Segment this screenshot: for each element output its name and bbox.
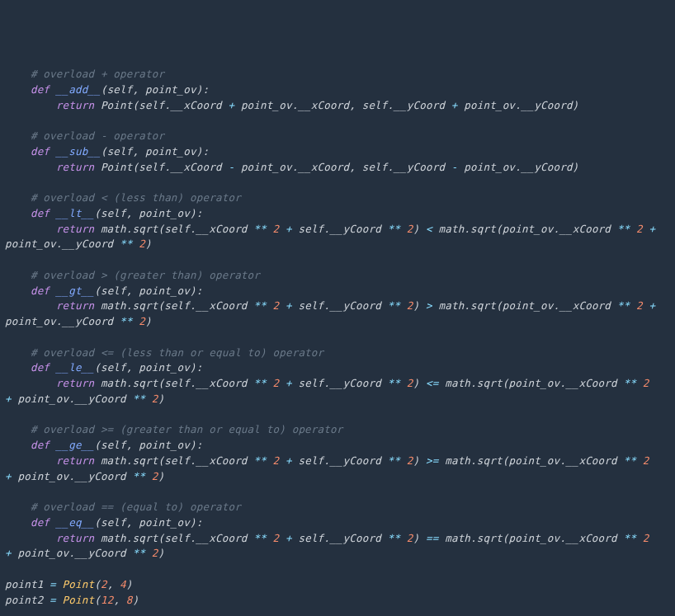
number: 2 bbox=[643, 532, 649, 544]
paren: ) bbox=[413, 223, 420, 235]
number: 2 bbox=[407, 454, 413, 467]
number: 2 bbox=[643, 377, 649, 389]
method-name: __le__ bbox=[56, 361, 94, 374]
code-line: point_ov.__yCoord ** 2) bbox=[5, 314, 675, 330]
blank-line bbox=[5, 330, 675, 346]
number: 2 bbox=[636, 299, 643, 312]
params: (self, point_ov): bbox=[94, 207, 202, 219]
expr: math.sqrt(point_ov.__xCoord bbox=[438, 532, 623, 544]
keyword-return: return bbox=[56, 223, 94, 235]
operator: ** bbox=[253, 299, 266, 312]
code-editor[interactable]: # overload + operator def __add__(self, … bbox=[5, 67, 675, 616]
keyword-def: def bbox=[31, 516, 50, 529]
code-line: + point_ov.__yCoord ** 2) bbox=[5, 469, 675, 485]
number: 2 bbox=[273, 377, 280, 389]
code-line: def __le__(self, point_ov): bbox=[5, 360, 675, 376]
code-line: return Point(self.__xCoord - point_ov.__… bbox=[5, 160, 675, 176]
operator: == bbox=[426, 532, 438, 544]
comment: # overload <= (less than or equal to) op… bbox=[31, 346, 323, 359]
operator: ** bbox=[253, 377, 266, 389]
method-name: __gt__ bbox=[56, 284, 94, 297]
number: 2 bbox=[273, 223, 280, 235]
operator: ** bbox=[253, 532, 266, 544]
operator: ** bbox=[624, 532, 636, 544]
expr: point_ov.__yCoord bbox=[5, 315, 120, 327]
code-line: # overload + operator bbox=[5, 67, 675, 82]
keyword-def: def bbox=[31, 145, 50, 158]
keyword-def: def bbox=[31, 284, 50, 297]
code-line: # overload < (less than) operator bbox=[5, 190, 675, 206]
expr: math.sqrt(point_ov.__xCoord bbox=[432, 223, 617, 235]
params: (self, point_ov): bbox=[94, 516, 202, 529]
comment: # overload >= (greater than or equal to)… bbox=[31, 423, 343, 435]
code-line: return math.sqrt(self.__xCoord ** 2 + se… bbox=[5, 222, 675, 237]
operator: ** bbox=[388, 223, 400, 235]
expr: point_ov.__xCoord, self.__yCoord bbox=[234, 161, 451, 173]
code-line: point2 = Point(12, 8) bbox=[5, 593, 675, 609]
operator: > bbox=[426, 299, 432, 312]
paren: ) bbox=[413, 299, 420, 312]
expr: point_ov.__yCoord bbox=[5, 237, 120, 250]
keyword-def: def bbox=[31, 439, 50, 451]
operator: + bbox=[286, 299, 292, 312]
paren: ) bbox=[158, 547, 164, 559]
operator: + bbox=[5, 470, 12, 482]
keyword-def: def bbox=[31, 361, 50, 374]
expr: self.__yCoord bbox=[292, 299, 388, 312]
number: 2 bbox=[273, 454, 280, 467]
identifier: point1 bbox=[5, 578, 50, 590]
operator: ** bbox=[388, 377, 400, 389]
blank-line bbox=[5, 113, 675, 129]
operator: + bbox=[286, 377, 292, 389]
comment: # overload == (equal to) operator bbox=[31, 501, 241, 513]
paren: ) bbox=[126, 578, 133, 590]
expr: math.sqrt(self.__xCoord bbox=[94, 454, 253, 467]
paren: ) bbox=[133, 594, 139, 606]
operator: + bbox=[649, 299, 655, 312]
number: 2 bbox=[101, 578, 107, 590]
operator: <= bbox=[426, 377, 438, 389]
number: 2 bbox=[407, 223, 413, 235]
expr: point_ov.__yCoord bbox=[17, 547, 132, 559]
code-line: def __sub__(self, point_ov): bbox=[5, 144, 675, 160]
operator: + bbox=[649, 223, 655, 235]
blank-line bbox=[5, 175, 675, 190]
operator: = bbox=[50, 594, 56, 606]
expr: math.sqrt(point_ov.__xCoord bbox=[438, 377, 623, 389]
code-line: point1 = Point(2, 4) bbox=[5, 577, 675, 593]
comma: , bbox=[113, 594, 125, 606]
expr: point_ov.__yCoord bbox=[17, 393, 132, 405]
expr: self.__yCoord bbox=[292, 377, 388, 389]
paren: ) bbox=[158, 470, 164, 482]
number: 2 bbox=[407, 377, 413, 389]
params: (self, point_ov): bbox=[94, 439, 202, 451]
number: 2 bbox=[273, 532, 280, 544]
expr: math.sqrt(self.__xCoord bbox=[94, 532, 253, 544]
operator: + bbox=[286, 223, 292, 235]
code-line: def __eq__(self, point_ov): bbox=[5, 515, 675, 531]
keyword-return: return bbox=[56, 532, 94, 544]
keyword-def: def bbox=[31, 207, 50, 219]
operator: ** bbox=[388, 532, 400, 544]
operator: + bbox=[228, 99, 234, 111]
keyword-return: return bbox=[56, 377, 94, 389]
expr: math.sqrt(self.__xCoord bbox=[94, 377, 253, 389]
code-line: return math.sqrt(self.__xCoord ** 2 + se… bbox=[5, 454, 675, 469]
number: 2 bbox=[643, 454, 649, 467]
expr: Point(self.__xCoord bbox=[94, 161, 228, 173]
operator: + bbox=[5, 547, 12, 559]
comment: # overload + operator bbox=[31, 68, 164, 80]
paren: ) bbox=[413, 532, 420, 544]
number: 2 bbox=[273, 299, 280, 312]
paren: ) bbox=[158, 393, 164, 405]
method-name: __lt__ bbox=[56, 207, 94, 219]
number: 2 bbox=[636, 223, 643, 235]
operator: ** bbox=[133, 547, 145, 559]
identifier: point2 bbox=[5, 594, 50, 606]
blank-line bbox=[5, 252, 675, 268]
blank-line bbox=[5, 562, 675, 577]
operator: ** bbox=[133, 470, 145, 482]
operator: + bbox=[286, 454, 292, 467]
operator: ** bbox=[133, 393, 145, 405]
operator: - bbox=[228, 161, 234, 173]
